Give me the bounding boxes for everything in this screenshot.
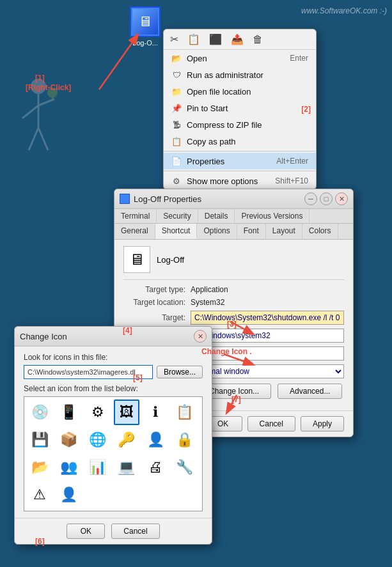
dialog-close-button[interactable]: ✕: [194, 330, 207, 343]
target-input[interactable]: [191, 311, 344, 325]
context-menu-more[interactable]: ⚙ Show more options Shift+F10: [164, 173, 316, 189]
tab-terminal[interactable]: Terminal: [114, 209, 157, 223]
context-menu-compress[interactable]: 🗜 Compress to ZIP file: [164, 116, 316, 133]
context-menu-toolbar: ✂ 📋 ⬛ 📤 🗑: [164, 29, 316, 50]
icon-cell-13[interactable]: 👥: [56, 454, 81, 480]
desktop-icon-label: Log-O...: [132, 39, 158, 47]
icon-cell-7[interactable]: 📦: [56, 427, 81, 453]
advanced-button[interactable]: Advanced...: [278, 384, 342, 399]
tab-colors[interactable]: Colors: [302, 224, 338, 239]
context-menu-copy-path-label: Copy as path: [187, 137, 308, 146]
context-menu-open-label: Open: [187, 54, 285, 63]
context-menu-open-location-label: Open file location: [187, 87, 308, 97]
dialog-body: Look for icons in this file: Browse... S…: [15, 346, 212, 518]
target-location-label: Target location:: [123, 298, 191, 307]
cancel-button[interactable]: Cancel: [247, 416, 295, 431]
icon-cell-14[interactable]: 📊: [85, 454, 111, 480]
context-menu-pin-label: Pin to Start: [187, 104, 308, 113]
tab-previous-versions[interactable]: Previous Versions: [235, 209, 310, 223]
dialog-cancel-button[interactable]: Cancel: [111, 524, 159, 539]
icon-cell-3[interactable]: 🖼: [114, 400, 139, 425]
annotation-2: [2]: [301, 105, 311, 114]
icon-cell-17[interactable]: 🔧: [172, 454, 198, 480]
change-icon-dialog: Change Icon ✕ Look for icons in this fil…: [14, 326, 212, 545]
maximize-button[interactable]: □: [320, 192, 333, 205]
separator-2: [164, 171, 316, 171]
shortcut-header: 🖥 Log-Off: [123, 246, 344, 273]
annotation-7: [7]: [231, 395, 241, 404]
annotation-5: [5]: [133, 373, 143, 382]
icon-cell-18[interactable]: ⚠: [27, 482, 52, 508]
run-dropdown[interactable]: Normal window: [191, 364, 344, 378]
context-menu-pin[interactable]: 📌 Pin to Start: [164, 100, 316, 116]
icon-cell-8[interactable]: 🌐: [85, 427, 111, 453]
icon-cell-2[interactable]: ⚙: [85, 400, 111, 425]
context-menu-open[interactable]: 📂 Open Enter: [164, 50, 316, 66]
icon-cell-10[interactable]: 👤: [143, 427, 168, 453]
svg-line-2: [22, 105, 38, 118]
apply-button[interactable]: Apply: [301, 416, 344, 431]
share-icon[interactable]: 📤: [231, 33, 244, 45]
separator: [123, 279, 344, 280]
context-menu: ✂ 📋 ⬛ 📤 🗑 📂 Open Enter 🛡 Run as administ…: [163, 29, 317, 190]
context-menu-run-admin[interactable]: 🛡 Run as administrator: [164, 66, 316, 83]
icon-cell-12[interactable]: 📂: [27, 454, 52, 480]
icon-cell-19[interactable]: 👤: [56, 482, 81, 508]
annotation-change-icon: Change Icon .: [201, 347, 252, 356]
tab-general[interactable]: General: [114, 224, 155, 239]
annotation-6: [6]: [35, 537, 45, 546]
target-label: Target:: [123, 313, 191, 322]
context-menu-properties-label: Properties: [187, 157, 271, 166]
icon-grid: 💿 📱 ⚙ 🖼 ℹ 📋 💾 📦 🌐 🔑 👤 🔒 📂 👥 📊 💻 🖨 🔧 ⚠ 👤: [24, 396, 203, 511]
pin-icon: 📌: [171, 103, 182, 113]
desktop-icon[interactable]: 🖥 Log-O...: [125, 6, 166, 47]
context-menu-compress-label: Compress to ZIP file: [187, 120, 308, 130]
watermark-top: www.SoftwareOK.com :-): [301, 6, 387, 15]
properties-shortcut: Alt+Enter: [276, 157, 308, 166]
tab-shortcut[interactable]: Shortcut: [155, 224, 198, 239]
close-button[interactable]: ✕: [335, 192, 348, 205]
browse-button[interactable]: Browse...: [157, 366, 203, 378]
svg-line-4: [29, 128, 38, 150]
separator-1: [164, 151, 316, 151]
icon-cell-16[interactable]: 🖨: [143, 454, 168, 480]
svg-line-5: [38, 128, 48, 150]
icon-cell-11[interactable]: 🔒: [172, 427, 198, 453]
annotation-4: [4]: [123, 326, 132, 335]
annotation-1: [1]: [35, 74, 45, 82]
tab-options[interactable]: Options: [197, 224, 237, 239]
icon-cell-15[interactable]: 💻: [114, 454, 139, 480]
cut-icon[interactable]: ✂: [170, 33, 178, 45]
tab-layout[interactable]: Layout: [266, 224, 302, 239]
props-title-icon: [120, 194, 130, 204]
minimize-button[interactable]: ─: [304, 192, 317, 205]
context-menu-copy-path[interactable]: 📋 Copy as path [2]: [164, 133, 316, 150]
props-titlebar: Log-Off Properties ─ □ ✕: [114, 189, 353, 209]
tab-details[interactable]: Details: [198, 209, 235, 223]
clipboard-icon[interactable]: ⬛: [209, 33, 222, 45]
icon-cell-6[interactable]: 💾: [27, 427, 52, 453]
shortcut-name: Log-Off: [157, 255, 184, 265]
context-menu-open-location[interactable]: 📁 Open file location: [164, 83, 316, 100]
shortcut-icon-box: 🖥: [123, 246, 150, 273]
icon-cell-0[interactable]: 💿: [27, 400, 52, 425]
annotation-3: [3]: [227, 320, 237, 329]
delete-icon[interactable]: 🗑: [253, 34, 263, 45]
icon-list-label: Select an icon from the list below:: [24, 384, 203, 393]
target-location-row: Target location: System32: [123, 298, 344, 307]
tab-security[interactable]: Security: [157, 209, 198, 223]
icon-cell-9[interactable]: 🔑: [114, 427, 139, 453]
icon-cell-5[interactable]: 📋: [172, 400, 198, 425]
start-in-input[interactable]: [191, 329, 344, 343]
open-shortcut: Enter: [290, 54, 308, 63]
icon-cell-1[interactable]: 📱: [56, 400, 81, 425]
open-icon: 📂: [171, 53, 182, 63]
tab-font[interactable]: Font: [237, 224, 266, 239]
context-menu-properties[interactable]: 📄 Properties Alt+Enter: [164, 153, 316, 169]
context-menu-more-label: Show more options: [187, 176, 270, 186]
dialog-ok-button[interactable]: OK: [67, 524, 105, 539]
desktop-icon-image: 🖥: [130, 6, 161, 37]
run-admin-icon: 🛡: [171, 70, 182, 80]
copy-icon[interactable]: 📋: [187, 33, 200, 45]
icon-cell-4[interactable]: ℹ: [143, 400, 168, 425]
